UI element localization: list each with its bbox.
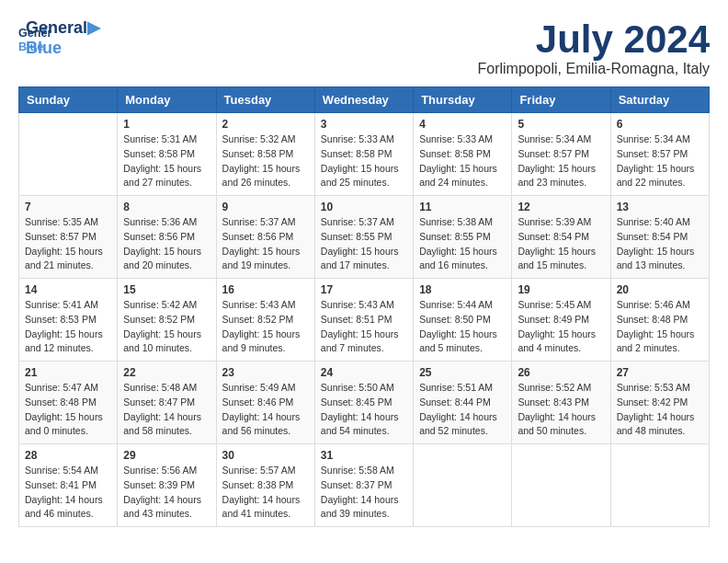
sunrise-text: Sunrise: 5:58 AM	[321, 465, 394, 476]
day-number: 2	[222, 118, 309, 131]
calendar-cell: 26 Sunrise: 5:52 AM Sunset: 8:43 PM Dayl…	[512, 362, 610, 444]
calendar-cell	[512, 444, 610, 527]
calendar-cell: 31 Sunrise: 5:58 AM Sunset: 8:37 PM Dayl…	[314, 444, 413, 527]
day-info: Sunrise: 5:38 AM Sunset: 8:55 PM Dayligh…	[419, 215, 506, 273]
day-info: Sunrise: 5:43 AM Sunset: 8:52 PM Dayligh…	[222, 298, 309, 356]
sunset-text: Sunset: 8:41 PM	[25, 479, 97, 490]
daylight-text: Daylight: 14 hours and 39 minutes.	[321, 494, 399, 520]
sunrise-text: Sunrise: 5:32 AM	[222, 133, 296, 144]
calendar-cell: 13 Sunrise: 5:40 AM Sunset: 8:54 PM Dayl…	[610, 196, 709, 279]
daylight-text: Daylight: 15 hours and 2 minutes.	[617, 328, 695, 354]
day-info: Sunrise: 5:47 AM Sunset: 8:48 PM Dayligh…	[25, 381, 111, 439]
day-info: Sunrise: 5:34 AM Sunset: 8:57 PM Dayligh…	[518, 132, 604, 190]
sunset-text: Sunset: 8:37 PM	[321, 479, 392, 490]
sunrise-text: Sunrise: 5:49 AM	[222, 382, 296, 393]
sunrise-text: Sunrise: 5:34 AM	[518, 133, 591, 144]
day-number: 23	[222, 366, 309, 379]
calendar-cell	[414, 444, 512, 527]
day-number: 5	[518, 118, 604, 131]
sunrise-text: Sunrise: 5:43 AM	[321, 299, 394, 310]
calendar-cell: 4 Sunrise: 5:33 AM Sunset: 8:58 PM Dayli…	[414, 113, 512, 196]
calendar-cell: 12 Sunrise: 5:39 AM Sunset: 8:54 PM Dayl…	[512, 196, 610, 279]
sunrise-text: Sunrise: 5:44 AM	[419, 299, 493, 310]
day-number: 14	[25, 283, 111, 296]
calendar-cell: 2 Sunrise: 5:32 AM Sunset: 8:58 PM Dayli…	[216, 113, 314, 196]
day-number: 27	[617, 366, 703, 379]
day-info: Sunrise: 5:49 AM Sunset: 8:46 PM Dayligh…	[222, 381, 309, 439]
daylight-text: Daylight: 15 hours and 10 minutes.	[123, 328, 201, 354]
daylight-text: Daylight: 15 hours and 5 minutes.	[419, 328, 497, 354]
day-info: Sunrise: 5:45 AM Sunset: 8:49 PM Dayligh…	[518, 298, 604, 356]
daylight-text: Daylight: 15 hours and 26 minutes.	[222, 163, 301, 189]
day-info: Sunrise: 5:52 AM Sunset: 8:43 PM Dayligh…	[518, 381, 604, 439]
calendar-cell: 10 Sunrise: 5:37 AM Sunset: 8:55 PM Dayl…	[314, 196, 413, 279]
sunrise-text: Sunrise: 5:35 AM	[25, 216, 98, 227]
sunset-text: Sunset: 8:57 PM	[617, 148, 688, 159]
sunrise-text: Sunrise: 5:50 AM	[321, 382, 394, 393]
day-info: Sunrise: 5:58 AM Sunset: 8:37 PM Dayligh…	[321, 464, 407, 522]
calendar-cell: 9 Sunrise: 5:37 AM Sunset: 8:56 PM Dayli…	[216, 196, 314, 279]
calendar-cell: 14 Sunrise: 5:41 AM Sunset: 8:53 PM Dayl…	[19, 279, 118, 362]
sunset-text: Sunset: 8:45 PM	[321, 396, 392, 408]
sunset-text: Sunset: 8:58 PM	[222, 148, 294, 159]
day-number: 30	[222, 449, 309, 462]
sunrise-text: Sunrise: 5:46 AM	[617, 299, 690, 310]
sunrise-text: Sunrise: 5:33 AM	[419, 133, 493, 144]
calendar-week-2: 7 Sunrise: 5:35 AM Sunset: 8:57 PM Dayli…	[19, 196, 710, 279]
day-number: 24	[321, 366, 407, 379]
day-header-friday: Friday	[512, 87, 610, 113]
sunset-text: Sunset: 8:48 PM	[617, 314, 688, 325]
day-number: 1	[123, 118, 210, 131]
day-info: Sunrise: 5:41 AM Sunset: 8:53 PM Dayligh…	[25, 298, 111, 356]
calendar-cell: 21 Sunrise: 5:47 AM Sunset: 8:48 PM Dayl…	[19, 362, 118, 444]
sunset-text: Sunset: 8:38 PM	[222, 479, 294, 490]
sunrise-text: Sunrise: 5:52 AM	[518, 382, 591, 393]
sunrise-text: Sunrise: 5:53 AM	[617, 382, 690, 393]
day-number: 15	[123, 283, 210, 296]
sunrise-text: Sunrise: 5:42 AM	[123, 299, 197, 310]
calendar-table: SundayMondayTuesdayWednesdayThursdayFrid…	[18, 86, 710, 527]
sunset-text: Sunset: 8:58 PM	[123, 148, 195, 159]
day-number: 4	[419, 118, 506, 131]
day-header-saturday: Saturday	[610, 87, 709, 113]
day-number: 8	[123, 201, 210, 213]
sunset-text: Sunset: 8:56 PM	[222, 231, 294, 242]
title-block: July 2024 Forlimpopoli, Emilia-Romagna, …	[477, 18, 710, 77]
sunset-text: Sunset: 8:47 PM	[123, 396, 195, 408]
calendar-cell: 27 Sunrise: 5:53 AM Sunset: 8:42 PM Dayl…	[610, 362, 709, 444]
day-info: Sunrise: 5:32 AM Sunset: 8:58 PM Dayligh…	[222, 132, 309, 190]
day-header-wednesday: Wednesday	[314, 87, 413, 113]
sunrise-text: Sunrise: 5:47 AM	[25, 382, 98, 393]
calendar-cell: 30 Sunrise: 5:57 AM Sunset: 8:38 PM Dayl…	[216, 444, 314, 527]
calendar-cell: 29 Sunrise: 5:56 AM Sunset: 8:39 PM Dayl…	[118, 444, 216, 527]
day-info: Sunrise: 5:33 AM Sunset: 8:58 PM Dayligh…	[419, 132, 506, 190]
daylight-text: Daylight: 15 hours and 20 minutes.	[123, 246, 201, 271]
sunset-text: Sunset: 8:50 PM	[419, 314, 491, 325]
sunset-text: Sunset: 8:55 PM	[321, 231, 392, 242]
day-number: 21	[25, 366, 111, 379]
logo-general-text: General▶	[26, 18, 100, 39]
day-number: 17	[321, 283, 407, 296]
calendar-week-4: 21 Sunrise: 5:47 AM Sunset: 8:48 PM Dayl…	[19, 362, 710, 444]
day-info: Sunrise: 5:40 AM Sunset: 8:54 PM Dayligh…	[617, 215, 703, 273]
daylight-text: Daylight: 15 hours and 7 minutes.	[321, 328, 399, 354]
sunset-text: Sunset: 8:57 PM	[25, 231, 97, 242]
day-info: Sunrise: 5:37 AM Sunset: 8:56 PM Dayligh…	[222, 215, 309, 273]
sunset-text: Sunset: 8:53 PM	[25, 314, 97, 325]
calendar-cell: 19 Sunrise: 5:45 AM Sunset: 8:49 PM Dayl…	[512, 279, 610, 362]
sunrise-text: Sunrise: 5:34 AM	[617, 133, 690, 144]
daylight-text: Daylight: 15 hours and 16 minutes.	[419, 246, 497, 271]
day-info: Sunrise: 5:39 AM Sunset: 8:54 PM Dayligh…	[518, 215, 604, 273]
sunrise-text: Sunrise: 5:33 AM	[321, 133, 394, 144]
calendar-week-5: 28 Sunrise: 5:54 AM Sunset: 8:41 PM Dayl…	[19, 444, 710, 527]
daylight-text: Daylight: 15 hours and 22 minutes.	[617, 163, 695, 189]
day-number: 19	[518, 283, 604, 296]
day-number: 29	[123, 449, 210, 462]
daylight-text: Daylight: 14 hours and 43 minutes.	[123, 494, 201, 520]
day-info: Sunrise: 5:42 AM Sunset: 8:52 PM Dayligh…	[123, 298, 210, 356]
logo-blue-text: Blue	[26, 39, 100, 59]
sunrise-text: Sunrise: 5:48 AM	[123, 382, 197, 393]
daylight-text: Daylight: 15 hours and 24 minutes.	[419, 163, 497, 189]
day-number: 31	[321, 449, 407, 462]
daylight-text: Daylight: 14 hours and 48 minutes.	[617, 411, 695, 437]
